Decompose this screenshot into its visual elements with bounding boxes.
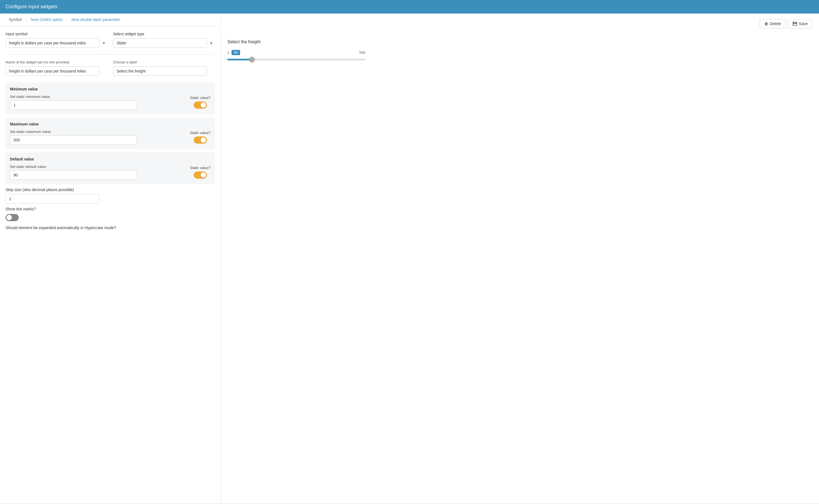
default-value-field-label: Set static default value (10, 165, 184, 169)
preview-area: Select the freight 1 90 500 (228, 39, 812, 62)
slider-thumb[interactable] (249, 57, 255, 62)
tabs-bar: Symbol New GAMS option New double-dash p… (0, 14, 221, 26)
maximum-value-title: Maximum value (10, 122, 211, 126)
action-buttons: 🗑 Delete 💾 Save (228, 19, 812, 28)
slider-track-wrapper (228, 57, 365, 62)
minimum-static-toggle[interactable] (194, 101, 207, 109)
choose-label-input[interactable] (113, 66, 207, 76)
delete-icon: 🗑 (764, 22, 768, 26)
minimum-toggle-thumb (200, 102, 206, 108)
tick-marks-label: Show tick marks? (6, 207, 215, 211)
step-size-label: Step size (also decimal places possible) (6, 187, 215, 192)
maximum-value-field-label: Set static maximum value (10, 130, 184, 134)
input-symbol-label: Input symbol (6, 32, 108, 36)
widget-type-arrow-icon: ▾ (210, 41, 212, 45)
tab-new-double-dash[interactable]: New double-dash parameter (67, 14, 125, 26)
slider-min-label: 1 (228, 50, 229, 55)
input-symbol-select-wrapper: freight in dollars per case per thousand… (6, 38, 108, 48)
input-symbol-select[interactable]: freight in dollars per case per thousand… (6, 38, 99, 48)
left-panel: Symbol New GAMS option New double-dash p… (0, 14, 221, 503)
slider-max-label: 500 (359, 50, 365, 55)
default-toggle-track (194, 171, 207, 179)
minimum-value-input[interactable] (10, 100, 137, 110)
minimum-static-label: Static value? (190, 96, 211, 100)
tick-marks-toggle-track (6, 214, 19, 221)
right-panel: 🗑 Delete 💾 Save Select the freight 1 90 … (221, 14, 819, 503)
default-value-section: Default value Set static default value S… (6, 152, 215, 184)
tab-name-input[interactable] (6, 66, 99, 76)
default-static-toggle-group: Static value? (190, 166, 211, 179)
widget-type-label: Select widget type (113, 32, 215, 36)
save-icon: 💾 (793, 22, 797, 26)
choose-label-label: Choose a label (113, 60, 215, 64)
tab-symbol[interactable]: Symbol (4, 14, 26, 26)
maximum-static-toggle[interactable] (194, 136, 207, 144)
hypercube-section: Should element be expanded automatically… (6, 226, 215, 230)
slider-current-value: 90 (232, 50, 240, 55)
maximum-value-section: Maximum value Set static maximum value S… (6, 117, 215, 149)
maximum-value-field: Set static maximum value (10, 130, 184, 145)
header-title: Configure input widgets (6, 4, 57, 9)
input-symbol-arrow-icon: ▾ (103, 41, 105, 45)
input-symbol-group: Input symbol freight in dollars per case… (6, 32, 108, 48)
minimum-value-field-label: Set static minimum value (10, 95, 184, 99)
delete-button[interactable]: 🗑 Delete (760, 19, 786, 28)
slider-labels: 1 90 500 (228, 50, 365, 55)
default-value-title: Default value (10, 157, 211, 161)
delete-label: Delete (770, 22, 781, 26)
step-size-input[interactable] (6, 194, 99, 203)
slider-preview: 1 90 500 (228, 50, 365, 62)
step-size-section: Step size (also decimal places possible) (6, 187, 215, 203)
tick-marks-toggle[interactable] (6, 214, 19, 221)
default-static-label: Static value? (190, 166, 211, 170)
minimum-value-title: Minimum value (10, 87, 211, 91)
slider-fill (228, 59, 252, 60)
maximum-value-input[interactable] (10, 135, 137, 145)
preview-title: Select the freight (228, 39, 812, 44)
slider-track (228, 59, 365, 60)
default-value-field: Set static default value (10, 165, 184, 180)
maximum-toggle-track (194, 136, 207, 144)
save-button[interactable]: 💾 Save (788, 19, 812, 28)
header: Configure input widgets (0, 0, 819, 14)
minimum-value-field: Set static minimum value (10, 95, 184, 110)
tick-marks-toggle-thumb (6, 215, 12, 220)
default-value-input[interactable] (10, 170, 137, 180)
default-toggle-thumb (200, 172, 206, 178)
maximum-static-toggle-group: Static value? (190, 131, 211, 144)
divider-1 (6, 54, 215, 55)
widget-type-select[interactable]: SliderDropdownCheckboxText Input (113, 38, 207, 48)
maximum-static-label: Static value? (190, 131, 211, 135)
minimum-toggle-track (194, 101, 207, 109)
tab-name-label: Name of the widget tab (no live preview) (6, 60, 108, 64)
form-content: Input symbol freight in dollars per case… (0, 26, 221, 503)
choose-label-group: Choose a label (113, 60, 215, 76)
tab-name-group: Name of the widget tab (no live preview) (6, 60, 108, 76)
save-label: Save (799, 22, 808, 26)
minimum-static-toggle-group: Static value? (190, 96, 211, 109)
minimum-value-section: Minimum value Set static minimum value S… (6, 82, 215, 114)
widget-type-select-wrapper: SliderDropdownCheckboxText Input ▾ (113, 38, 215, 48)
tab-new-gams[interactable]: New GAMS option (26, 14, 67, 26)
tick-marks-section: Show tick marks? (6, 207, 215, 221)
maximum-toggle-thumb (200, 137, 206, 143)
default-static-toggle[interactable] (194, 171, 207, 179)
hypercube-label: Should element be expanded automatically… (6, 226, 116, 230)
widget-type-group: Select widget type SliderDropdownCheckbo… (113, 32, 215, 48)
